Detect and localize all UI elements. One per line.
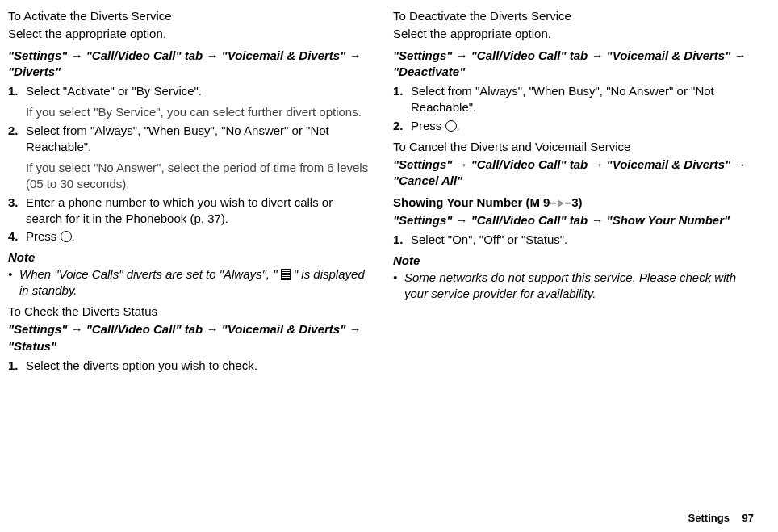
list-item: 3. Enter a phone number to which you wis…: [8, 195, 369, 228]
step-text: Enter a phone number to which you wish t…: [26, 195, 369, 228]
ok-button-icon: [61, 231, 72, 242]
list-item: 4. Press .: [8, 228, 369, 245]
activate-heading: To Activate the Diverts Service: [8, 8, 369, 24]
list-item: 2. Select from "Always", "When Busy", "N…: [8, 123, 369, 156]
right-column: To Deactivate the Diverts Service Select…: [393, 8, 754, 379]
show-steps: 1. Select "On", "Off" or "Status".: [393, 232, 754, 248]
list-item: 1. Select the diverts option you wish to…: [8, 358, 369, 374]
step2-text-b: .: [457, 119, 460, 132]
deactivate-heading: To Deactivate the Diverts Service: [393, 8, 754, 24]
note-text: When "Voice Calls" diverts are set to "A…: [19, 266, 369, 300]
note-text: Some networks do not support this servic…: [404, 270, 754, 303]
show-heading: Showing Your Number: [393, 195, 522, 209]
footer-section: Settings: [688, 512, 730, 524]
step-text: Select the diverts option you wish to ch…: [26, 358, 369, 374]
activate-steps: 1. Select "Activate" or "By Service".: [8, 83, 369, 99]
activate-steps-2: 2. Select from "Always", "When Busy", "N…: [8, 123, 369, 156]
step-subtext: If you select "By Service", you can sele…: [26, 104, 369, 120]
ok-button-icon: [445, 120, 457, 132]
list-item: 1. Select "On", "Off" or "Status".: [393, 232, 754, 248]
step-number: 1.: [8, 83, 26, 99]
menu-ref-a: (M 9–: [522, 195, 557, 209]
note-body: • When "Voice Calls" diverts are set to …: [8, 266, 369, 300]
cancel-heading: To Cancel the Diverts and Voicemail Serv…: [393, 139, 754, 155]
step4-text-b: .: [72, 229, 75, 243]
divert-status-icon: [281, 269, 291, 280]
step-number: 1.: [393, 83, 411, 99]
activate-steps-3: 3. Enter a phone number to which you wis…: [8, 195, 369, 245]
page-body: To Activate the Diverts Service Select t…: [0, 0, 778, 387]
note-text-a: When "Voice Calls" diverts are set to "A…: [19, 267, 281, 281]
menu-ref-b: –3): [565, 195, 583, 209]
step2-text-a: Press: [411, 119, 445, 132]
check-steps: 1. Select the diverts option you wish to…: [8, 358, 369, 374]
list-item: 1. Select from "Always", "When Busy", "N…: [393, 83, 754, 116]
note-heading: Note: [8, 249, 369, 266]
page-footer: Settings 97: [688, 511, 754, 526]
step-number: 2.: [393, 118, 411, 134]
show-number-row: Showing Your Number (M 9––3): [393, 195, 754, 211]
step-text: Select "On", "Off" or "Status".: [411, 232, 754, 248]
note-heading: Note: [393, 253, 754, 269]
list-item: 1. Select "Activate" or "By Service".: [8, 83, 369, 99]
activate-nav-path: "Settings" → "Call/Video Call" tab → "Vo…: [8, 48, 369, 81]
step-text: Select from "Always", "When Busy", "No A…: [26, 123, 369, 156]
list-item: 2. Press .: [393, 118, 754, 134]
note-body: • Some networks do not support this serv…: [393, 270, 754, 303]
step-number: 2.: [8, 123, 26, 139]
bullet-icon: •: [8, 266, 19, 300]
check-heading: To Check the Diverts Status: [8, 304, 369, 320]
step-text: Select from "Always", "When Busy", "No A…: [411, 83, 754, 116]
check-nav-path: "Settings" → "Call/Video Call" tab → "Vo…: [8, 321, 369, 354]
left-column: To Activate the Diverts Service Select t…: [8, 8, 369, 379]
deactivate-subline: Select the appropriate option.: [393, 26, 754, 42]
step-number: 3.: [8, 195, 26, 211]
footer-page-number: 97: [742, 512, 754, 524]
show-nav-path: "Settings" → "Call/Video Call" tab → "Sh…: [393, 212, 754, 228]
right-arrow-icon: [558, 199, 564, 207]
deactivate-nav-path: "Settings" → "Call/Video Call" tab → "Vo…: [393, 48, 754, 81]
step-number: 4.: [8, 228, 26, 245]
step-text: Press .: [411, 118, 754, 134]
step-subtext: If you select "No Answer", select the pe…: [26, 160, 369, 193]
bullet-icon: •: [393, 270, 404, 303]
step-number: 1.: [393, 232, 411, 248]
activate-subline: Select the appropriate option.: [8, 26, 369, 42]
cancel-nav-path: "Settings" → "Call/Video Call" tab → "Vo…: [393, 157, 754, 190]
step4-text-a: Press: [26, 229, 61, 243]
step-text: Press .: [26, 228, 369, 245]
deactivate-steps: 1. Select from "Always", "When Busy", "N…: [393, 83, 754, 134]
step-text: Select "Activate" or "By Service".: [26, 83, 369, 99]
step-number: 1.: [8, 358, 26, 374]
